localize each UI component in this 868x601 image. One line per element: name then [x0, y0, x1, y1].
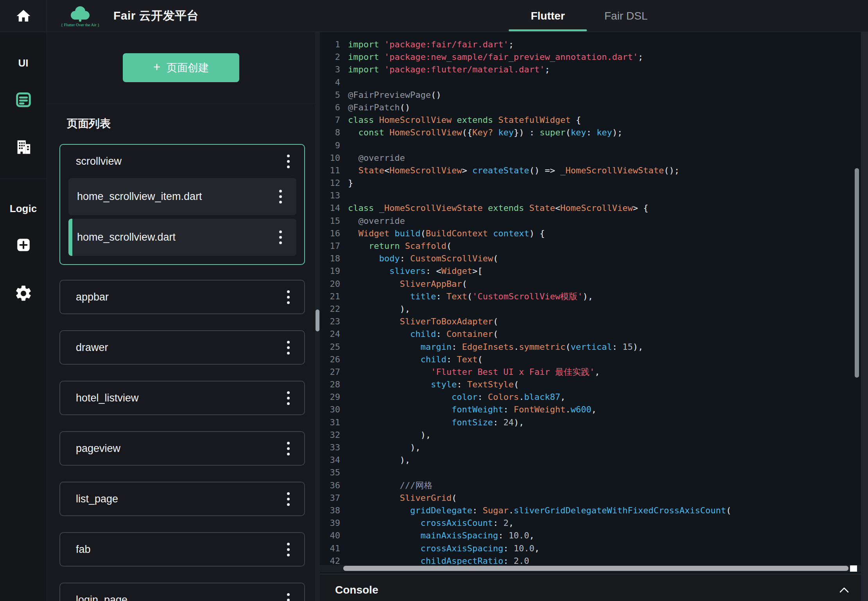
code-line: 40 mainAxisSpacing: 10.0,: [320, 529, 868, 542]
code-line: 30 fontWeight: FontWeight.w600,: [320, 403, 868, 416]
tab-fair-dsl[interactable]: Fair DSL: [587, 0, 665, 32]
page-label: pageview: [76, 443, 120, 455]
add-icon: [15, 237, 32, 253]
kebab-menu-icon[interactable]: [279, 230, 282, 244]
components-icon: [14, 138, 32, 156]
console-title: Console: [335, 584, 378, 596]
page-list: scrollview home_scrollview_item.dart hom…: [59, 144, 305, 601]
tab-flutter-label: Flutter: [531, 10, 565, 22]
code-line: 7class HomeScrollView extends StatefulWi…: [320, 114, 868, 126]
kebab-menu-icon[interactable]: [287, 155, 290, 168]
line-number: 1: [320, 38, 340, 51]
code-line: 27 'Flutter Best UI x Fair 最佳实践',: [320, 366, 868, 378]
pages-panel: + 页面创建 页面列表 scrollview home_scrollview_i…: [47, 32, 320, 601]
horizontal-scrollbar[interactable]: [320, 565, 868, 572]
code-line: 33 ),: [320, 441, 868, 454]
kebab-menu-icon[interactable]: [287, 543, 290, 556]
page-label: list_page: [76, 493, 118, 505]
code-line: 3import 'package:flutter/material.dart';: [320, 63, 868, 76]
file-item[interactable]: home_scrollview_item.dart: [68, 178, 296, 215]
active-file-indicator: [68, 219, 72, 256]
page-group-row[interactable]: scrollview: [60, 145, 304, 178]
line-number: 40: [320, 529, 340, 542]
code-line: 23 SliverToBoxAdapter(: [320, 315, 868, 328]
sidebar-item-components[interactable]: [0, 138, 47, 156]
pages-scrollbar[interactable]: [315, 32, 320, 601]
code-editor[interactable]: 1import 'package:fair/fair.dart';2import…: [320, 32, 868, 574]
line-number: 25: [320, 341, 340, 353]
line-number: 6: [320, 101, 340, 114]
code-line: 21 title: Text('CustomScrollView模版'),: [320, 290, 868, 303]
app-logo: { Flutter Over the Air }: [57, 6, 103, 27]
page-list-item[interactable]: list_page: [59, 482, 305, 516]
code-line: 10 @override: [320, 152, 868, 164]
sidebar-item-pages[interactable]: [0, 91, 47, 109]
code-line: 31 fontSize: 24),: [320, 416, 868, 429]
page-list-title: 页面列表: [67, 116, 111, 131]
code-line: 38 gridDelegate: Sugar.sliverGridDelegat…: [320, 504, 868, 517]
line-number: 30: [320, 403, 340, 416]
code-line: 24 child: Container(: [320, 328, 868, 340]
tab-flutter[interactable]: Flutter: [509, 0, 587, 32]
line-number: 38: [320, 504, 340, 517]
page-list-item[interactable]: fab: [59, 532, 305, 567]
line-number: 39: [320, 517, 340, 529]
create-page-button[interactable]: + 页面创建: [123, 53, 239, 82]
page-list-item[interactable]: login_page: [59, 583, 305, 601]
console-bar[interactable]: Console: [320, 574, 861, 601]
code-line: 36 ///网格: [320, 479, 868, 492]
file-item[interactable]: home_scrollview.dart: [68, 219, 296, 256]
code-line: 39 crossAxisCount: 2,: [320, 517, 868, 529]
line-number: 14: [320, 202, 340, 214]
sidebar-item-add-logic[interactable]: [0, 237, 47, 253]
app-title: Fair 云开发平台: [113, 8, 199, 24]
settings-icon: [14, 284, 33, 303]
window-scrollbar-track[interactable]: [861, 32, 868, 601]
header-tabs: Flutter Fair DSL: [509, 0, 665, 32]
horizontal-scrollbar-thumb[interactable]: [343, 566, 848, 571]
line-number: 26: [320, 353, 340, 366]
kebab-menu-icon[interactable]: [287, 442, 290, 455]
kebab-menu-icon[interactable]: [287, 290, 290, 304]
page-list-item[interactable]: pageview: [59, 431, 305, 466]
line-number: 27: [320, 366, 340, 378]
kebab-menu-icon[interactable]: [287, 391, 290, 405]
line-number: 32: [320, 429, 340, 441]
page-label: drawer: [76, 342, 108, 354]
page-list-item[interactable]: appbar: [59, 280, 305, 314]
collapse-console-icon[interactable]: [839, 587, 849, 593]
line-number: 7: [320, 114, 340, 126]
page-label: fab: [76, 543, 91, 556]
kebab-menu-icon[interactable]: [287, 341, 290, 354]
sidebar-item-settings[interactable]: [0, 284, 47, 303]
line-number: 2: [320, 51, 340, 63]
code-line: 16 Widget build(BuildContext context) {: [320, 227, 868, 240]
create-page-label: 页面创建: [167, 61, 209, 75]
code-line: 12}: [320, 177, 868, 189]
vertical-scrollbar-thumb[interactable]: [855, 168, 859, 378]
page-rows: appbardrawerhotel_listviewpageviewlist_p…: [59, 280, 305, 601]
home-button[interactable]: [0, 0, 47, 32]
kebab-menu-icon[interactable]: [287, 593, 290, 601]
line-number: 8: [320, 126, 340, 139]
code-line: 5@FairPreviewPage(): [320, 89, 868, 101]
code-line: 34 ),: [320, 454, 868, 466]
file-name: home_scrollview_item.dart: [77, 191, 202, 203]
line-number: 20: [320, 278, 340, 290]
kebab-menu-icon[interactable]: [279, 190, 282, 203]
code-lines: 1import 'package:fair/fair.dart';2import…: [320, 32, 868, 567]
code-line: 20 SliverAppBar(: [320, 278, 868, 290]
plus-icon: +: [153, 60, 160, 74]
code-line: 13: [320, 189, 868, 202]
line-number: 22: [320, 303, 340, 315]
kebab-menu-icon[interactable]: [287, 492, 290, 506]
line-number: 36: [320, 479, 340, 492]
page-list-item[interactable]: drawer: [59, 330, 305, 365]
code-line: 17 return Scaffold(: [320, 240, 868, 252]
page-list-item[interactable]: hotel_listview: [59, 381, 305, 415]
pages-scrollbar-thumb[interactable]: [316, 309, 319, 331]
line-number: 18: [320, 252, 340, 265]
code-line: 11 State<HomeScrollView> createState() =…: [320, 164, 868, 177]
line-number: 33: [320, 441, 340, 454]
logic-section-label: Logic: [0, 203, 47, 215]
